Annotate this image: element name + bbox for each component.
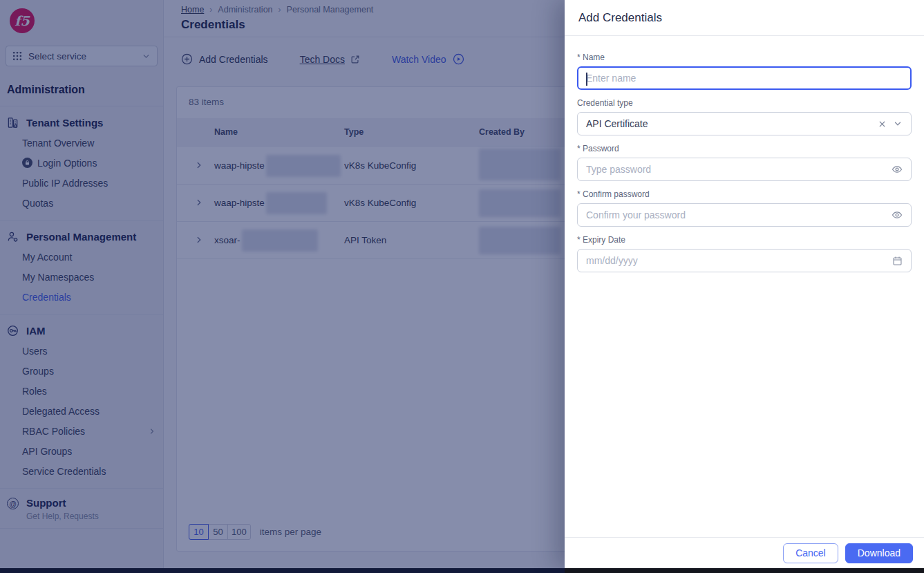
app-window: f5 Select service Administration Tenant …	[0, 0, 924, 573]
clear-icon[interactable]	[878, 120, 887, 129]
password-field	[577, 158, 912, 181]
eye-icon[interactable]	[892, 164, 903, 175]
name-field	[577, 66, 912, 90]
eye-icon[interactable]	[892, 209, 903, 220]
credential-type-value: API Certificate	[586, 118, 878, 129]
credential-type-label: Credential type	[577, 98, 912, 108]
name-field-label: * Name	[577, 53, 912, 62]
cancel-button[interactable]: Cancel	[783, 543, 838, 563]
text-cursor	[586, 73, 587, 86]
password-field-label: * Password	[577, 144, 912, 153]
confirm-password-field-label: * Confirm password	[577, 189, 912, 199]
confirm-password-input[interactable]	[586, 204, 892, 226]
confirm-password-field	[577, 203, 912, 227]
add-credentials-drawer: Add Credentials * Name Credential type A…	[565, 0, 924, 568]
calendar-icon[interactable]	[892, 256, 903, 266]
drawer-footer: Cancel Download	[565, 537, 924, 568]
password-input[interactable]	[586, 158, 892, 180]
chevron-down-icon[interactable]	[893, 119, 903, 129]
drawer-body: * Name Credential type API Certificate	[565, 36, 924, 537]
modal-overlay[interactable]	[0, 0, 565, 573]
drawer-title: Add Credentials	[578, 11, 662, 25]
credential-type-select[interactable]: API Certificate	[577, 112, 912, 135]
drawer-header: Add Credentials	[565, 0, 924, 36]
expiry-date-field-label: * Expiry Date	[577, 235, 912, 245]
expiry-date-input[interactable]	[586, 250, 892, 272]
name-input[interactable]	[586, 68, 903, 88]
download-button[interactable]: Download	[845, 543, 913, 563]
expiry-date-field	[577, 249, 912, 272]
